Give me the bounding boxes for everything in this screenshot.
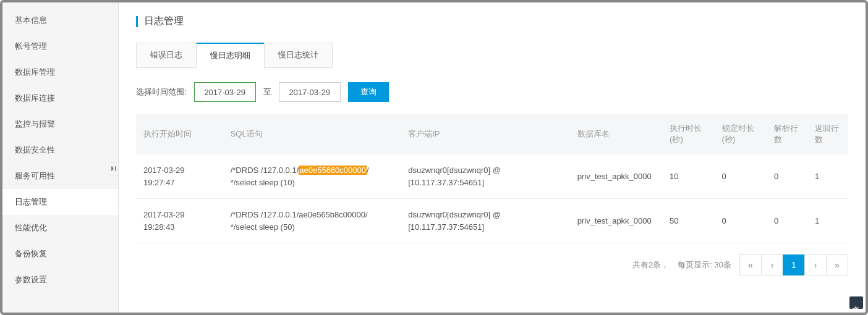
col-sql: SQL语句	[223, 114, 401, 154]
col-lock-time: 锁定时长(秒)	[715, 114, 767, 154]
col-exec-time: 执行时长(秒)	[662, 114, 715, 154]
sidebar-collapse-handle[interactable]	[109, 162, 119, 175]
accent-bar	[136, 16, 138, 27]
table-row: 2017-03-29 19:27:47 /*DRDS /127.0.0.1/ae…	[136, 154, 848, 199]
query-button[interactable]: 查询	[348, 82, 389, 102]
cell-parse: 0	[767, 199, 807, 243]
table-row: 2017-03-29 19:28:43 /*DRDS /127.0.0.1/ae…	[136, 199, 848, 243]
cell-parse: 0	[767, 154, 807, 199]
cell-client: dsuzwnqr0[dsuzwnqr0] @ [10.117.37.37:546…	[401, 199, 570, 243]
sidebar-item-basic-info[interactable]: 基本信息	[2, 7, 118, 33]
sidebar-item-availability[interactable]: 服务可用性	[2, 163, 118, 189]
tab-slow-log-detail[interactable]: 慢日志明细	[196, 43, 265, 68]
col-return-rows: 返回行数	[807, 114, 848, 154]
cell-sql: /*DRDS /127.0.0.1/ae0e565b8c00000/ */sel…	[223, 199, 401, 243]
page-last[interactable]: »	[826, 254, 848, 275]
tab-slow-log-stats[interactable]: 慢日志统计	[264, 43, 333, 68]
page-1[interactable]: 1	[783, 254, 805, 275]
cell-ret: 1	[807, 199, 848, 243]
collapse-icon	[110, 165, 117, 172]
page-next[interactable]: ›	[804, 254, 827, 275]
page-title: 日志管理	[144, 15, 184, 28]
col-start-time: 执行开始时间	[136, 114, 223, 154]
date-to-input[interactable]	[279, 82, 341, 102]
col-client-ip: 客户端IP	[401, 114, 570, 154]
cell-start: 2017-03-29 19:28:43	[136, 199, 223, 243]
col-db-name: 数据库名	[570, 114, 662, 154]
range-label: 选择时间范围:	[136, 86, 187, 98]
total-count: 共有2条，	[632, 259, 669, 271]
cell-ret: 1	[807, 154, 848, 199]
cell-exec: 50	[662, 199, 715, 243]
cell-db: priv_test_apkk_0000	[570, 199, 662, 243]
sidebar-item-monitor-alarm[interactable]: 监控与报警	[2, 111, 118, 137]
tabs: 错误日志 慢日志明细 慢日志统计	[136, 43, 848, 69]
to-label: 至	[263, 86, 271, 98]
cell-db: priv_test_apkk_0000	[570, 154, 662, 199]
feedback-button[interactable]: 点我提问	[849, 296, 863, 309]
col-parse-rows: 解析行数	[767, 114, 807, 154]
sidebar-item-log-management[interactable]: 日志管理	[2, 189, 118, 215]
sidebar-item-account[interactable]: 帐号管理	[2, 33, 118, 59]
page-size-label: 每页显示: 30条	[678, 259, 731, 271]
sidebar-item-params[interactable]: 参数设置	[2, 267, 118, 293]
sidebar-item-data-security[interactable]: 数据安全性	[2, 137, 118, 163]
highlight-text: ae0e55660c00000	[299, 166, 367, 175]
cell-sql: /*DRDS /127.0.0.1/ae0e55660c00000/ */sel…	[223, 154, 401, 199]
log-table: 执行开始时间 SQL语句 客户端IP 数据库名 执行时长(秒) 锁定时长(秒) …	[136, 114, 848, 243]
cell-exec: 10	[662, 154, 715, 199]
cell-start: 2017-03-29 19:27:47	[136, 154, 223, 199]
cell-client: dsuzwnqr0[dsuzwnqr0] @ [10.117.37.37:546…	[401, 154, 570, 199]
date-from-input[interactable]	[194, 82, 256, 102]
main-content: 日志管理 错误日志 慢日志明细 慢日志统计 选择时间范围: 至 查询 执行开始时…	[119, 2, 866, 313]
page-prev[interactable]: ‹	[761, 254, 783, 275]
pagination: « ‹ 1 › »	[740, 254, 848, 275]
filter-bar: 选择时间范围: 至 查询	[136, 82, 848, 102]
sidebar: 基本信息 帐号管理 数据库管理 数据库连接 监控与报警 数据安全性 服务可用性 …	[2, 2, 119, 313]
sidebar-item-db-connection[interactable]: 数据库连接	[2, 85, 118, 111]
table-footer: 共有2条， 每页显示: 30条 « ‹ 1 › »	[136, 243, 848, 287]
tab-error-log[interactable]: 错误日志	[136, 43, 197, 68]
sidebar-item-database[interactable]: 数据库管理	[2, 59, 118, 85]
cell-lock: 0	[715, 154, 767, 199]
sidebar-item-backup[interactable]: 备份恢复	[2, 241, 118, 267]
sidebar-item-performance[interactable]: 性能优化	[2, 215, 118, 241]
cell-lock: 0	[715, 199, 767, 243]
page-title-wrap: 日志管理	[136, 15, 848, 28]
page-first[interactable]: «	[739, 254, 762, 275]
